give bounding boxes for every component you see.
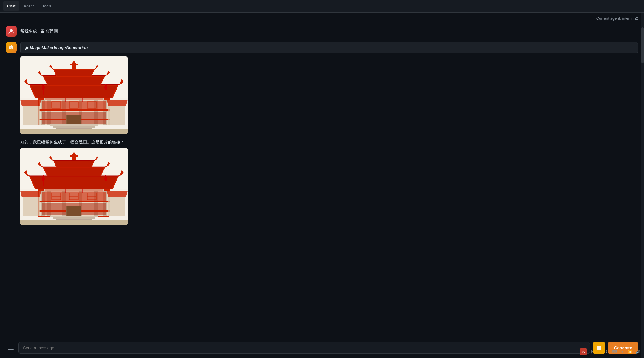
- taskbar-lang-icon: 中: [588, 348, 595, 355]
- svg-rect-20: [38, 109, 110, 111]
- agent-message-content: ▶ MagicMakerImageGeneration: [20, 42, 638, 228]
- svg-point-0: [10, 29, 13, 32]
- generated-image-1: [20, 56, 128, 134]
- svg-rect-4: [11, 48, 12, 49]
- svg-rect-60: [67, 115, 74, 125]
- svg-rect-2: [10, 47, 11, 48]
- nav-tools[interactable]: Tools: [38, 1, 55, 11]
- svg-rect-47: [72, 65, 76, 69]
- top-navigation: Chat Agent Tools: [0, 0, 644, 13]
- svg-rect-147: [82, 189, 83, 193]
- svg-rect-119: [70, 155, 78, 157]
- agent-header: Current agent: internlm2: [0, 13, 644, 23]
- svg-rect-131: [67, 206, 74, 216]
- generated-image-2: [20, 148, 128, 225]
- svg-point-70: [42, 85, 45, 90]
- message-input[interactable]: [18, 342, 590, 354]
- user-message-content: 帮我生成一副宫廷画: [20, 26, 638, 34]
- taskbar-grid-icon: ⊞: [619, 348, 626, 355]
- svg-marker-138: [20, 191, 41, 197]
- svg-rect-65: [23, 106, 40, 125]
- svg-rect-1: [9, 46, 13, 49]
- agent-avatar: [6, 42, 17, 53]
- svg-rect-134: [53, 217, 95, 219]
- svg-rect-64: [56, 128, 92, 129]
- svg-rect-136: [23, 197, 40, 216]
- tool-call-block[interactable]: ▶ MagicMakerImageGeneration: [20, 42, 638, 53]
- message-row-user: 帮我生成一副宫廷画: [6, 26, 638, 37]
- svg-point-143: [104, 176, 107, 181]
- scrollbar-thumb[interactable]: [641, 27, 644, 63]
- taskbar-s-icon: S: [580, 348, 587, 355]
- svg-rect-48: [70, 64, 78, 65]
- hamburger-line-3: [8, 349, 14, 350]
- svg-rect-118: [72, 156, 76, 160]
- taskbar-kbd-icon: ⌨: [611, 348, 618, 355]
- taskbar-mic-icon: 🎙: [603, 348, 610, 355]
- svg-marker-38: [44, 77, 104, 85]
- svg-rect-146: [65, 189, 66, 193]
- svg-point-141: [42, 176, 45, 181]
- svg-marker-109: [44, 168, 104, 176]
- nav-chat[interactable]: Chat: [3, 1, 19, 11]
- svg-rect-145: [106, 181, 106, 186]
- svg-marker-68: [107, 100, 128, 106]
- svg-rect-66: [108, 106, 125, 125]
- message-row-agent: ▶ MagicMakerImageGeneration: [6, 42, 638, 228]
- svg-marker-67: [20, 100, 41, 106]
- svg-marker-43: [54, 70, 94, 76]
- svg-rect-3: [12, 47, 13, 48]
- agent-response-text: 好的，我已经帮你生成了一幅宫廷画。这是图片的链接：: [20, 137, 638, 145]
- svg-marker-139: [107, 191, 128, 197]
- svg-rect-75: [65, 98, 66, 102]
- taskbar-net-icon: 📶: [627, 348, 633, 355]
- svg-rect-61: [74, 115, 81, 125]
- hamburger-line-1: [8, 346, 14, 346]
- svg-rect-135: [56, 219, 92, 220]
- hamburger-line-2: [8, 348, 14, 348]
- svg-rect-63: [53, 126, 95, 128]
- svg-rect-62: [50, 124, 98, 126]
- svg-marker-114: [54, 161, 94, 167]
- taskbar-area: S 中 ° 🎙 ⌨ ⊞ 📶 🔊: [580, 348, 641, 355]
- bottom-bar: Generate: [0, 339, 644, 358]
- svg-rect-73: [43, 90, 44, 95]
- svg-rect-77: [20, 129, 128, 134]
- messages-list[interactable]: 帮我生成一副宫廷画: [0, 23, 644, 339]
- nav-agent[interactable]: Agent: [19, 1, 38, 11]
- svg-rect-148: [20, 220, 128, 225]
- user-avatar: [6, 26, 17, 37]
- svg-rect-137: [108, 197, 125, 216]
- taskbar-dots-icon: °: [596, 348, 602, 355]
- chat-area: Current agent: internlm2 帮我生成一副宫廷画: [0, 13, 644, 358]
- svg-rect-91: [38, 201, 110, 202]
- hamburger-button[interactable]: [6, 344, 16, 352]
- main-area: Current agent: internlm2 帮我生成一副宫廷画: [0, 13, 644, 358]
- svg-rect-76: [82, 98, 83, 102]
- svg-point-72: [104, 85, 107, 90]
- svg-rect-132: [74, 206, 81, 216]
- svg-rect-144: [43, 181, 44, 186]
- user-message-text: 帮我生成一副宫廷画: [20, 26, 638, 34]
- svg-rect-133: [50, 216, 98, 217]
- taskbar-vol-icon: 🔊: [634, 348, 641, 355]
- svg-rect-74: [106, 90, 106, 95]
- scrollbar-track[interactable]: [641, 13, 644, 358]
